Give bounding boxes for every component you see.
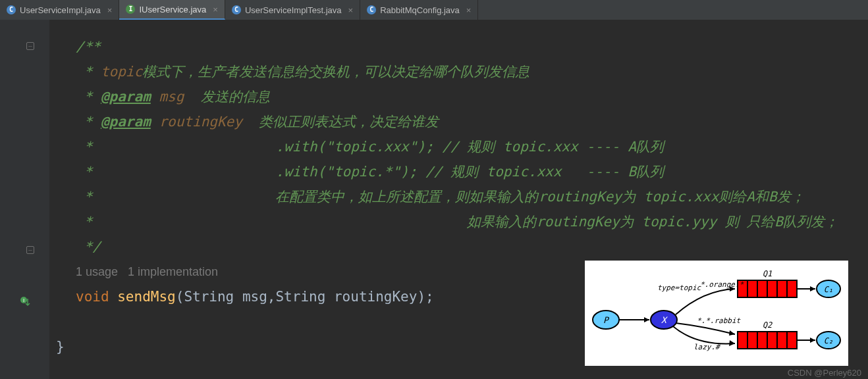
- svg-text:I: I: [23, 297, 24, 303]
- tab-label: UserServiceImplTest.java: [245, 5, 342, 15]
- tab-userserviceimpl[interactable]: C UserServiceImpl.java ×: [0, 0, 119, 20]
- editor: — — I /** * topic模式下，生产者发送信息给交换机，可以决定给哪个…: [0, 20, 868, 379]
- class-icon: C: [7, 5, 16, 14]
- code-line: * .with("topic.xxx"); // 规则 topic.xxx --…: [76, 134, 868, 159]
- implemented-icon[interactable]: I: [20, 296, 32, 310]
- code-line: * topic模式下，生产者发送信息给交换机，可以决定给哪个队列发信息: [76, 59, 868, 84]
- fold-icon[interactable]: —: [26, 42, 34, 50]
- code-line: * @param routingKey 类似正则表达式，决定给谁发: [76, 109, 868, 134]
- class-icon: C: [232, 5, 241, 14]
- fold-icon[interactable]: —: [26, 246, 34, 254]
- tab-label: UserServiceImpl.java: [20, 5, 101, 15]
- tab-bar: C UserServiceImpl.java × I IUserService.…: [0, 0, 868, 20]
- close-icon[interactable]: ×: [213, 5, 218, 14]
- code-area[interactable]: /** * topic模式下，生产者发送信息给交换机，可以决定给哪个队列发信息 …: [49, 20, 868, 379]
- topic-diagram: P X Q1: [585, 261, 848, 366]
- tab-label: IUserService.java: [139, 5, 206, 14]
- code-line: * 如果输入的routingKey为 topic.yyy 则 只给B队列发；: [76, 209, 868, 234]
- svg-text:*.orange.*: *.orange.*: [700, 280, 745, 289]
- svg-text:*.*.rabbit: *.*.rabbit: [697, 316, 742, 325]
- code-line: */: [76, 234, 868, 259]
- tab-rabbitmqconfig[interactable]: C RabbitMqConfig.java ×: [360, 0, 478, 20]
- tab-userserviceimpltest[interactable]: C UserServiceImplTest.java ×: [225, 0, 360, 20]
- class-icon: C: [367, 5, 376, 14]
- code-line: * .with("topic.*"); // 规则 topic.xxx ----…: [76, 159, 868, 184]
- watermark: CSDN @Perley620: [788, 368, 861, 378]
- svg-text:Q1: Q1: [763, 269, 772, 278]
- close-icon[interactable]: ×: [466, 5, 472, 15]
- interface-icon: I: [126, 5, 135, 14]
- svg-text:C₂: C₂: [824, 336, 833, 345]
- svg-text:C₁: C₁: [824, 285, 833, 294]
- svg-text:Q2: Q2: [763, 320, 773, 330]
- svg-text:type=topic: type=topic: [657, 284, 702, 292]
- close-icon[interactable]: ×: [348, 5, 354, 15]
- gutter: — — I: [0, 20, 49, 379]
- code-line: * 在配置类中，如上所述配置，则如果输入的routingKey为 topic.x…: [76, 184, 868, 209]
- tab-label: RabbitMqConfig.java: [380, 5, 460, 15]
- svg-text:lazy.#: lazy.#: [693, 343, 721, 351]
- close-icon[interactable]: ×: [107, 5, 113, 15]
- code-line: * @param msg 发送的信息: [76, 84, 868, 109]
- code-line: /**: [76, 34, 868, 59]
- tab-iuserservice[interactable]: I IUserService.java ×: [119, 0, 225, 20]
